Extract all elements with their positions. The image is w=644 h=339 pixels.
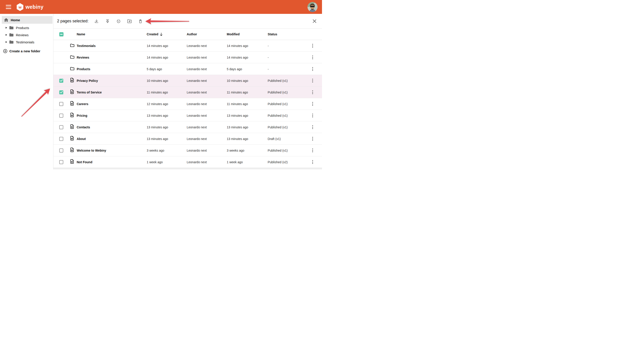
row-name[interactable]: Terms of Service	[76, 90, 147, 94]
selection-count-label: 2 pages selected:	[57, 19, 88, 24]
row-created: 11 minutes ago	[147, 90, 187, 94]
page-icon	[70, 136, 74, 141]
row-created: 13 minutes ago	[147, 126, 187, 129]
column-header-status[interactable]: Status	[268, 32, 306, 36]
kebab-menu-button[interactable]	[310, 148, 316, 153]
row-created: 14 minutes ago	[147, 56, 187, 59]
page-icon	[70, 78, 74, 82]
kebab-menu-button[interactable]	[310, 101, 316, 107]
row-status: Published (v1)	[268, 126, 306, 129]
row-modified: 13 minutes ago	[227, 114, 268, 118]
table-row[interactable]: Terms of Service 11 minutes ago Leonardo…	[54, 86, 322, 98]
column-header-modified[interactable]: Modified	[227, 32, 268, 36]
row-name[interactable]: Testimonials	[76, 44, 147, 48]
table-row[interactable]: Careers 12 minutes ago Leonardo next 11 …	[54, 98, 322, 110]
column-header-author[interactable]: Author	[187, 32, 227, 36]
table-row[interactable]: Contacts 13 minutes ago Leonardo next 13…	[54, 122, 322, 133]
kebab-menu-button[interactable]	[310, 54, 316, 60]
folder-icon	[70, 67, 74, 70]
column-header-name[interactable]: Name	[76, 32, 147, 36]
row-status: -	[268, 56, 306, 59]
table-row[interactable]: Reviews 14 minutes ago Leonardo next 14 …	[54, 52, 322, 63]
chevron-right-icon[interactable]	[6, 34, 7, 36]
table-row[interactable]: Privacy Policy 10 minutes ago Leonardo n…	[54, 75, 322, 86]
close-selection-button[interactable]	[312, 18, 317, 24]
table-row[interactable]: Welcome to Webiny 3 weeks ago Leonardo n…	[54, 145, 322, 156]
row-created: 1 week ago	[147, 160, 187, 164]
row-author: Leonardo next	[187, 67, 227, 71]
kebab-menu-button[interactable]	[310, 66, 316, 72]
row-name[interactable]: Welcome to Webiny	[76, 149, 147, 152]
main-content: 2 pages selected:	[54, 14, 322, 170]
row-checkbox[interactable]	[59, 148, 63, 152]
row-status: Published (v1)	[268, 102, 306, 106]
row-created: 13 minutes ago	[147, 114, 187, 118]
row-name[interactable]: Reviews	[76, 56, 147, 59]
row-name[interactable]: Privacy Policy	[76, 79, 147, 82]
row-author: Leonardo next	[187, 102, 227, 106]
row-name[interactable]: Pricing	[76, 114, 147, 118]
table-row[interactable]: Testimonials 14 minutes ago Leonardo nex…	[54, 40, 322, 52]
row-author: Leonardo next	[187, 160, 227, 164]
row-created: 13 minutes ago	[147, 137, 187, 141]
row-checkbox[interactable]	[59, 102, 63, 106]
row-author: Leonardo next	[187, 90, 227, 94]
kebab-menu-button[interactable]	[310, 159, 316, 165]
row-name[interactable]: About	[76, 137, 147, 141]
table-footer-edge	[54, 168, 322, 170]
row-modified: 14 minutes ago	[227, 44, 268, 48]
row-author: Leonardo next	[187, 149, 227, 152]
row-checkbox[interactable]	[59, 125, 63, 129]
row-author: Leonardo next	[187, 79, 227, 82]
row-modified: 11 minutes ago	[227, 90, 268, 94]
row-checkbox[interactable]	[59, 90, 63, 94]
restore-button[interactable]	[116, 19, 121, 24]
folder-icon	[9, 40, 14, 44]
kebab-menu-button[interactable]	[310, 124, 316, 130]
kebab-menu-button[interactable]	[310, 136, 316, 142]
hamburger-menu-icon[interactable]	[6, 5, 11, 9]
download-icon	[94, 19, 99, 24]
select-all-checkbox[interactable]	[59, 32, 64, 36]
table-row[interactable]: About 13 minutes ago Leonardo next 13 mi…	[54, 133, 322, 145]
create-new-folder-button[interactable]: Create a new folder	[0, 48, 53, 54]
sidebar-folder-reviews[interactable]: Reviews	[0, 31, 53, 38]
chevron-right-icon[interactable]	[6, 27, 7, 28]
folder-icon	[9, 26, 14, 30]
row-name[interactable]: Products	[76, 67, 147, 71]
chevron-right-icon[interactable]	[6, 41, 7, 43]
kebab-menu-button[interactable]	[310, 113, 316, 118]
sidebar-item-home[interactable]: Home	[2, 16, 52, 24]
svg-text:w: w	[18, 5, 22, 9]
row-checkbox[interactable]	[59, 160, 63, 164]
kebab-menu-button[interactable]	[310, 78, 316, 84]
row-name[interactable]: Careers	[76, 102, 147, 106]
webiny-logo: w webiny	[16, 3, 44, 11]
row-created: 5 days ago	[147, 67, 187, 71]
delete-button[interactable]	[138, 19, 143, 24]
table-row[interactable]: Pricing 13 minutes ago Leonardo next 13 …	[54, 110, 322, 122]
sidebar-folder-testimonials[interactable]: Testimonials	[0, 38, 53, 46]
kebab-menu-button[interactable]	[310, 43, 316, 48]
column-header-created[interactable]: Created	[147, 32, 187, 36]
table-row[interactable]: Products 5 days ago Leonardo next 5 days…	[54, 63, 322, 75]
row-checkbox[interactable]	[59, 137, 63, 141]
move-to-folder-button[interactable]	[127, 19, 132, 24]
row-checkbox[interactable]	[59, 114, 63, 118]
user-avatar[interactable]	[308, 2, 318, 12]
publish-icon	[105, 19, 110, 24]
download-button[interactable]	[94, 19, 99, 24]
table-row[interactable]: Not Found 1 week ago Leonardo next 1 wee…	[54, 156, 322, 168]
sidebar-folder-products[interactable]: Products	[0, 24, 53, 31]
home-icon	[4, 18, 8, 22]
row-modified: 11 minutes ago	[227, 102, 268, 106]
publish-button[interactable]	[105, 19, 110, 24]
kebab-menu-button[interactable]	[310, 90, 316, 95]
row-author: Leonardo next	[187, 137, 227, 141]
folder-icon	[9, 33, 14, 37]
row-checkbox[interactable]	[59, 79, 63, 83]
row-name[interactable]: Not Found	[76, 160, 147, 164]
row-name[interactable]: Contacts	[76, 126, 147, 129]
folder-icon	[70, 44, 74, 47]
top-bar: w webiny	[0, 0, 322, 14]
